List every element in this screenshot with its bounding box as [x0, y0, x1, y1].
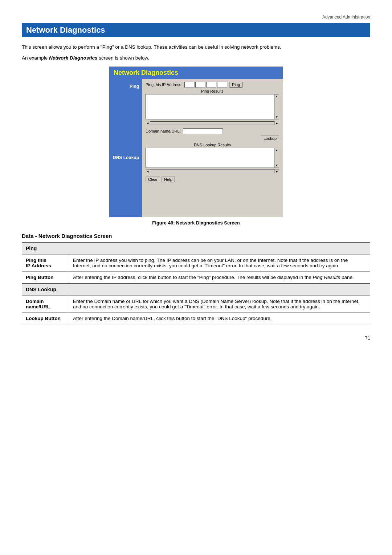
- ping-results-box: ▲ ▼: [146, 94, 279, 119]
- screenshot-box: Network Diagnostics Ping DNS Lookup Ping…: [109, 66, 283, 217]
- dns-scroll-down[interactable]: ▼: [275, 163, 279, 167]
- screenshot-sidebar: Ping DNS Lookup: [109, 79, 142, 217]
- lookup-button[interactable]: Lookup: [261, 135, 279, 141]
- page-title: Network Diagnostics: [22, 23, 370, 37]
- sidebar-dns-label: DNS Lookup: [110, 153, 142, 162]
- label-lookup-btn: Lookup Button: [22, 312, 69, 324]
- dns-scroll-right[interactable]: ►: [275, 170, 279, 174]
- dns-scroll-left[interactable]: ◄: [146, 170, 150, 174]
- example-text: An example Network Diagnostics screen is…: [22, 54, 370, 62]
- table-row: Ping Button After entering the IP addres…: [22, 271, 370, 283]
- screenshot-title: Network Diagnostics: [109, 67, 283, 79]
- desc-domain: Enter the Domain name or URL for which y…: [69, 295, 370, 312]
- screenshot-content: Ping this IP Address: Ping Ping Results …: [142, 79, 283, 217]
- scroll-right-arrow[interactable]: ►: [275, 121, 279, 125]
- ping-results-label: Ping Results: [146, 89, 279, 93]
- ip-input-group: [184, 82, 227, 88]
- data-section-title: Data - Network Diagnostics Screen: [22, 233, 370, 239]
- dns-row: Domain name/URL:: [146, 128, 279, 134]
- ping-scrollbar-v[interactable]: ▲ ▼: [274, 94, 279, 119]
- table-row: Lookup Button After entering the Domain …: [22, 312, 370, 324]
- dns-results-box: ▲ ▼: [146, 148, 279, 168]
- dns-scroll-up[interactable]: ▲: [275, 148, 279, 152]
- ip-octet-1[interactable]: [184, 82, 195, 88]
- scroll-down-arrow[interactable]: ▼: [275, 115, 279, 119]
- ip-octet-3[interactable]: [206, 82, 216, 88]
- clear-button[interactable]: Clear: [146, 177, 160, 182]
- ping-ip-label: Ping this IP Address:: [146, 82, 182, 87]
- dns-scrollbar-v[interactable]: ▲ ▼: [274, 148, 279, 167]
- label-ping-btn: Ping Button: [22, 271, 69, 283]
- ping-button[interactable]: Ping: [229, 82, 242, 88]
- label-domain: Domainname/URL: [22, 295, 69, 312]
- scroll-left-arrow[interactable]: ◄: [146, 121, 150, 125]
- table-row: Ping thisIP Address Enter the IP address…: [22, 254, 370, 271]
- ping-scrollbar-h[interactable]: ◄ ►: [146, 121, 279, 125]
- table-section-ping: Ping: [22, 242, 370, 255]
- intro-text: This screen allows you to perform a "Pin…: [22, 44, 370, 51]
- figure-caption: Figure 46: Network Diagnostics Screen: [22, 220, 370, 226]
- label-ping-ip: Ping thisIP Address: [22, 254, 69, 271]
- dns-results-label: DNS Lookup Results: [146, 143, 279, 147]
- desc-lookup-btn: After entering the Domain name/URL, clic…: [69, 312, 370, 324]
- top-label: Advanced Administration: [22, 15, 370, 20]
- scroll-up-arrow[interactable]: ▲: [275, 94, 279, 98]
- bottom-buttons: Clear Help: [146, 177, 279, 182]
- dns-scrollbar-h[interactable]: ◄ ►: [146, 169, 279, 174]
- sidebar-ping-label: Ping: [127, 82, 142, 91]
- help-button[interactable]: Help: [162, 177, 175, 182]
- dns-label: Domain name/URL:: [146, 129, 181, 133]
- table-row: Domainname/URL Enter the Domain name or …: [22, 295, 370, 312]
- data-table: Ping Ping thisIP Address Enter the IP ad…: [22, 242, 370, 324]
- ping-ip-row: Ping this IP Address: Ping: [146, 82, 279, 88]
- ip-octet-2[interactable]: [195, 82, 205, 88]
- desc-ping-btn: After entering the IP address, click thi…: [69, 271, 370, 283]
- lookup-btn-row: Lookup: [146, 135, 279, 141]
- page-number: 71: [22, 335, 370, 341]
- table-section-dns: DNS Lookup: [22, 283, 370, 296]
- ip-octet-4[interactable]: [217, 82, 227, 88]
- dns-input[interactable]: [183, 128, 223, 134]
- desc-ping-ip: Enter the IP address you wish to ping. T…: [69, 254, 370, 271]
